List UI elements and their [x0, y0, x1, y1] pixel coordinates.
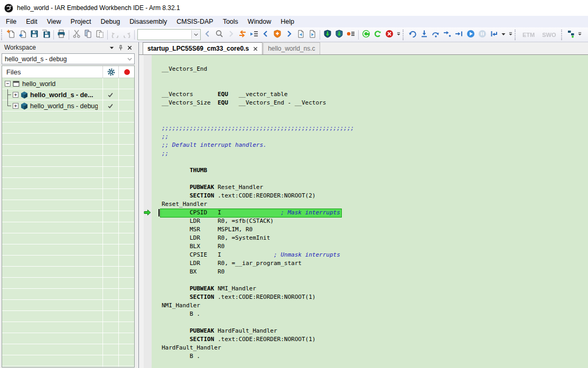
stop-debugging-button[interactable] — [488, 29, 500, 41]
find-previous-button[interactable] — [202, 29, 213, 41]
configuration-dropdown[interactable]: hello_world_s - debug — [2, 53, 135, 64]
panel-menu-button[interactable] — [107, 43, 116, 52]
pin-icon — [118, 45, 124, 51]
code-segment: EQU — [218, 99, 228, 106]
next-document-button[interactable] — [306, 29, 318, 41]
toolbar-item[interactable] — [320, 30, 320, 40]
menu-item[interactable]: File — [1, 16, 21, 27]
toolbar-item[interactable] — [134, 30, 135, 40]
code-line: HardFault_Handler — [162, 344, 588, 352]
code-line — [162, 318, 588, 327]
expand-toggle-icon[interactable]: + — [13, 103, 18, 109]
toggle-source-disassembly-button[interactable] — [237, 29, 248, 41]
power-overflow-button[interactable] — [577, 29, 583, 41]
break-button[interactable] — [418, 29, 430, 41]
print-button[interactable] — [55, 29, 67, 41]
code-segment: __Vectors_Size — [162, 99, 218, 106]
debug-options-dropdown[interactable] — [500, 29, 507, 41]
paste-button[interactable] — [94, 29, 106, 41]
tab-startup-lpc55s69-cm33-core0-s[interactable]: startup_LPC55S69_cm33_core0.s — [143, 42, 263, 54]
menu-item[interactable]: CMSIS-DAP — [172, 16, 218, 27]
code-segment: ;; — [162, 150, 169, 157]
gear-icon — [107, 68, 115, 76]
debug-overflow-button[interactable] — [507, 29, 514, 41]
toolbar-overflow-button[interactable] — [395, 29, 402, 41]
code-area[interactable]: __Vectors_End __Vectors EQU __vector_tab… — [139, 55, 588, 368]
pin-panel-button[interactable] — [116, 43, 125, 52]
save-button[interactable] — [29, 29, 40, 41]
settings-column-button[interactable] — [102, 66, 119, 78]
previous-document-button[interactable] — [295, 29, 306, 41]
menu-item[interactable]: Edit — [21, 16, 42, 27]
menu-item[interactable]: Window — [243, 16, 276, 27]
stop-build-button[interactable] — [384, 29, 395, 41]
chevron-down-icon — [194, 33, 198, 36]
code-segment: Reset_Handler — [162, 201, 207, 207]
open-file-button[interactable] — [17, 29, 29, 41]
copy-button[interactable] — [82, 29, 94, 41]
code-segment: MSR MSPLIM, R0 — [162, 226, 253, 233]
menu-item[interactable]: View — [42, 16, 66, 27]
doc-prev-icon — [296, 30, 305, 40]
step-into-button[interactable] — [442, 29, 453, 41]
navigate-forward-button[interactable] — [283, 29, 295, 41]
debug-without-downloading-button[interactable] — [333, 29, 345, 41]
etm-button[interactable]: ETM — [519, 29, 538, 41]
menu-item[interactable]: Help — [276, 16, 299, 27]
configuration-chevron[interactable] — [125, 58, 134, 61]
redo-button[interactable] — [121, 29, 133, 41]
menu-item[interactable]: Tools — [218, 16, 243, 27]
toolbar-item[interactable] — [403, 30, 405, 40]
download-and-debug-button[interactable] — [322, 29, 333, 41]
add-bookmark-button[interactable] — [272, 29, 283, 41]
power-log-setup-button[interactable] — [565, 29, 577, 41]
menu-item[interactable]: Disassembly — [125, 16, 172, 27]
search-input[interactable] — [138, 31, 191, 39]
toolbar-item[interactable] — [1, 30, 4, 40]
toolbar-item[interactable] — [358, 30, 359, 40]
code-line: ;; Default interrupt handlers. — [162, 141, 588, 149]
tree-item-hello-world-ns-debug[interactable]: + hello_world_ns - debug — [2, 100, 134, 111]
expand-toggle-icon[interactable]: − — [5, 81, 11, 87]
reset-button[interactable] — [407, 29, 418, 41]
code-segment: CPSIE I — [162, 251, 274, 258]
cut-button[interactable] — [71, 29, 82, 41]
code-segment: __Vectors_End - __Vectors — [228, 99, 326, 106]
tab-hello-world-ns-c[interactable]: hello_world_ns.c — [263, 42, 320, 54]
files-tree-container: Files − — [2, 65, 135, 367]
search-dropdown-button[interactable] — [191, 30, 200, 39]
toolbar-item[interactable] — [515, 30, 517, 40]
new-file-button[interactable] — [5, 29, 17, 41]
expand-toggle-icon[interactable]: + — [13, 92, 18, 98]
tree-item-hello-world-s-debug[interactable]: + hello_world_s - de... — [2, 89, 134, 100]
compile-button[interactable] — [372, 29, 384, 41]
files-tree: − hello_world + hello_world_s - de... — [2, 78, 134, 367]
toolbar-item[interactable] — [107, 30, 108, 40]
pause-button[interactable] — [477, 29, 488, 41]
undo-button[interactable] — [109, 29, 121, 41]
tab-close-icon[interactable] — [253, 46, 258, 51]
go-button[interactable] — [465, 29, 477, 41]
navigate-backward-button[interactable] — [260, 29, 272, 41]
toolbar-item[interactable] — [53, 30, 54, 40]
make-button[interactable] — [360, 29, 372, 41]
step-out-button[interactable] — [453, 29, 465, 41]
menu-item[interactable]: Project — [66, 16, 96, 27]
go-to-bookmark-button[interactable] — [248, 29, 260, 41]
code-segment: PUBWEAK — [190, 184, 214, 191]
tree-item-hello-world[interactable]: − hello_world — [2, 78, 134, 89]
toggle-breakpoint-button[interactable] — [345, 29, 357, 41]
find-button[interactable] — [213, 29, 225, 41]
toolbar-item[interactable] — [561, 30, 564, 40]
find-next-button[interactable] — [225, 29, 237, 41]
step-over-button[interactable] — [430, 29, 442, 41]
close-panel-button[interactable] — [125, 43, 134, 52]
save-all-button[interactable] — [40, 29, 52, 41]
toolbar-item[interactable] — [69, 30, 69, 40]
search-combobox[interactable] — [137, 29, 201, 40]
menu-item[interactable]: Debug — [96, 16, 125, 27]
code-line: BX R0 — [162, 268, 588, 276]
debug-nodl-icon — [335, 30, 343, 40]
swo-button[interactable]: SWO — [538, 29, 559, 41]
workspace-node-icon — [13, 80, 20, 88]
